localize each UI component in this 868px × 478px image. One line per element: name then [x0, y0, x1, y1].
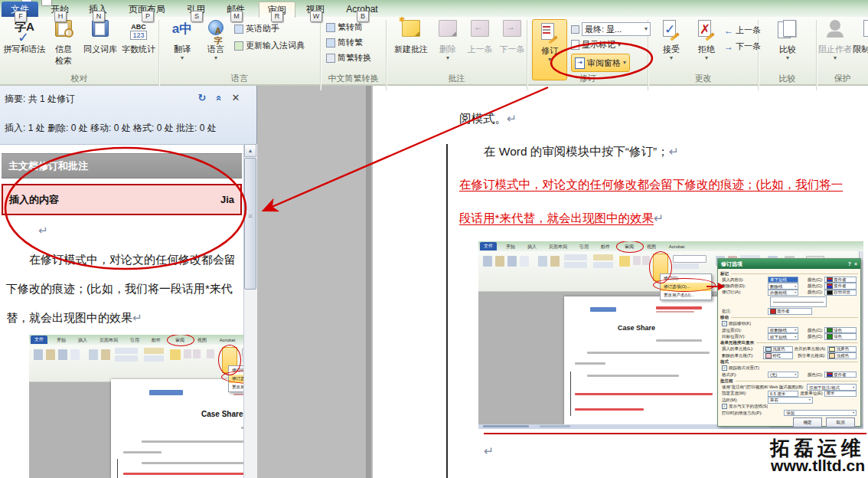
- mini-menu-item: 更改用户名(U)...: [229, 383, 243, 391]
- english-assistant-icon: [234, 25, 243, 34]
- next-change-button[interactable]: → 下一条: [724, 41, 761, 52]
- scrollbar-thumb[interactable]: ≡: [244, 158, 256, 290]
- keytip-references: S: [191, 11, 203, 22]
- mini-tab-bar: 文件 开始 插入 页面布局 引用 邮件 审阅 视图 Acrobat: [478, 241, 863, 251]
- document-workspace: [257, 86, 373, 478]
- compare-icon: [778, 20, 798, 43]
- pane-paragraph[interactable]: 在修订模式中，对论文的任何修改都会留下修改的痕迹；(比如，我们将一段话用*来代替…: [6, 245, 246, 332]
- show-markup-button[interactable]: 显示标记 ▾: [571, 39, 621, 51]
- restrict-editing-button[interactable]: 限制编辑: [853, 20, 868, 55]
- mini-track-changes-options-dialog: 修订选项 ? × 标记 插入内容(I): 单下划线▾ 颜色(C): 按作者 删除…: [717, 258, 861, 427]
- compare-button[interactable]: 比较 ▾: [771, 20, 804, 61]
- pilcrow-mark: ↵: [484, 444, 494, 457]
- mini-tab: Acrobat: [664, 244, 690, 250]
- mini-dialog-close-button: ×: [854, 261, 857, 267]
- group-label-protect: 保护: [817, 74, 868, 83]
- keytip-acrobat: B: [357, 11, 369, 22]
- spelling-grammar-button[interactable]: 字A ✓ 拼写和语法: [3, 20, 46, 55]
- reject-icon: ✗: [698, 20, 715, 43]
- page-edge-shadow: [366, 86, 371, 478]
- previous-change-icon: ←: [724, 25, 733, 36]
- group-label-proofing: 校对: [0, 74, 158, 83]
- display-for-review-combo[interactable]: 最终: 显... ▾: [571, 22, 651, 36]
- previous-comment-button: ← 上一条: [465, 20, 495, 55]
- refresh-icon[interactable]: ↻: [195, 91, 209, 105]
- restrict-editing-icon: [863, 20, 868, 43]
- annotation-arrow-to-dialog: [705, 281, 725, 292]
- new-comment-icon: ✱: [402, 20, 420, 43]
- doc-text-line[interactable]: ↵: [484, 444, 494, 458]
- pane-section-header: 主文档修订和批注: [2, 153, 242, 178]
- reject-button[interactable]: ✗ 拒绝 ▾: [691, 20, 722, 61]
- pane-scrollbar[interactable]: ▲ ≡: [243, 144, 257, 478]
- pilcrow-mark: ↵: [38, 224, 48, 237]
- pilcrow-mark: ↵: [132, 311, 142, 324]
- watermark-url: www.tlltd.cn: [771, 457, 865, 475]
- mini-ribbon: [29, 345, 243, 382]
- group-label-tracking: 修订: [527, 74, 648, 83]
- mini-menu-item: 更改用户名(U)...: [661, 291, 711, 300]
- pane-counts: 插入: 1 处 删除: 0 处 移动: 0 处 格式: 0 处 批注: 0 处: [5, 122, 217, 135]
- doc-text-line[interactable]: 阅模式。↵: [459, 111, 517, 127]
- track-changes-button[interactable]: 修订 ▾: [532, 19, 567, 80]
- pane-summary: 摘要: 共 1 处修订: [5, 93, 75, 106]
- keytip-mailings: M: [230, 11, 243, 22]
- update-ime-button[interactable]: 更新输入法词典: [234, 40, 305, 51]
- mini-document-page: Case Share: [564, 296, 719, 425]
- trad-to-simp-icon: [326, 23, 335, 32]
- next-comment-button: → 下一条: [497, 20, 527, 55]
- ribbon: 字A ✓ 拼写和语法 信息检索 同义词库 ABC 123 字数统计 校对: [0, 17, 868, 86]
- block-authors-icon: [827, 20, 844, 43]
- block-authors-button: 阻止作者 ▾: [818, 20, 852, 61]
- convert-icon: [326, 54, 335, 63]
- translate-icon: a中: [172, 20, 192, 43]
- mini-tab: 页面布局: [544, 244, 572, 250]
- doc-tracked-insert-line[interactable]: 段话用*来代替，就会出现图中的效果↵: [459, 211, 664, 227]
- tracked-change-entry[interactable]: 插入的内容 Jia: [2, 184, 242, 215]
- update-ime-icon: [234, 41, 243, 51]
- english-assistant-button[interactable]: 英语助手: [234, 23, 279, 34]
- language-icon: A字: [208, 20, 224, 43]
- mini-tab: 视图: [642, 244, 661, 250]
- embedded-screenshot-pane: 文件 开始 插入 页面布局 引用 邮件 审阅 视图 Acrobat: [29, 335, 243, 478]
- group-label-compare: 比较: [759, 74, 816, 83]
- thesaurus-button[interactable]: 同义词库: [81, 20, 119, 55]
- pilcrow-mark: ↵: [669, 145, 679, 158]
- doc-tracked-insert-line[interactable]: 在修订模式中，对论文的任何修改都会留下修改的痕迹；(比如，我们将一: [459, 177, 843, 193]
- mini-dialog-titlebar: 修订选项 ? ×: [718, 259, 860, 269]
- mini-tab-file: 文件: [31, 336, 47, 344]
- mini-tab: 页面布局: [95, 337, 122, 344]
- previous-change-button[interactable]: ← 上一条: [724, 25, 761, 36]
- doc-text-line[interactable]: 在 Word 的审阅模块中按下“修订”；↵: [484, 144, 679, 160]
- scrollbar-up-button[interactable]: ▲: [244, 144, 256, 157]
- group-label-changes: 更改: [648, 74, 758, 83]
- close-pane-icon[interactable]: ✕: [229, 91, 243, 105]
- keytip-insert: N: [93, 11, 105, 22]
- inserted-image-underline: [484, 433, 866, 434]
- delete-comment-icon: [439, 20, 457, 43]
- word-window: 文件 开始 插入 页面布局 引用 邮件 审阅 视图 Acrobat F H N …: [0, 0, 868, 478]
- mini-tab-file: 文件: [480, 242, 497, 250]
- track-changes-icon: [541, 23, 558, 41]
- collapse-icon[interactable]: «: [212, 91, 226, 105]
- pilcrow-mark: ↵: [507, 112, 517, 125]
- translate-button[interactable]: a中 翻译 ▾: [165, 20, 199, 61]
- group-label-language: 语言: [159, 74, 320, 83]
- convert-button[interactable]: 简繁转换: [326, 52, 371, 64]
- delete-comment-button: 删除 ▾: [434, 20, 462, 61]
- mini-tab: Acrobat: [214, 337, 240, 344]
- mini-tab: 开始: [52, 337, 70, 344]
- new-comment-button[interactable]: ✱ 新建批注: [391, 20, 431, 55]
- reviewing-pane-button[interactable]: ⇥ 审阅窗格 ▾: [571, 54, 630, 72]
- mini-tab: 开始: [501, 244, 520, 250]
- language-button[interactable]: A字 语言 ▾: [201, 20, 231, 61]
- mini-tab: 引用: [575, 244, 593, 250]
- simp-to-trad-button[interactable]: 简转繁: [326, 37, 363, 48]
- accept-button[interactable]: ✓ 接受 ▾: [654, 20, 688, 61]
- trad-to-simp-button[interactable]: 繁转简: [326, 21, 363, 33]
- word-count-button[interactable]: ABC 123 字数统计: [120, 20, 157, 55]
- next-change-icon: →: [724, 41, 733, 52]
- research-button[interactable]: 信息检索: [47, 20, 80, 67]
- pilcrow-mark: ↵: [654, 211, 664, 224]
- change-type-label: 插入的内容: [9, 193, 59, 207]
